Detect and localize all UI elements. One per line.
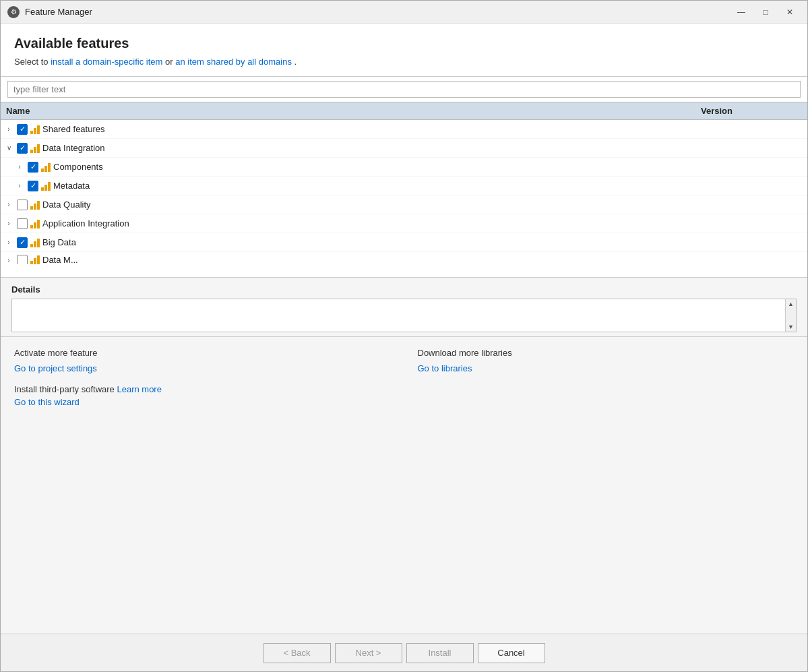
feature-icon	[41, 181, 51, 191]
checkbox[interactable]	[17, 200, 28, 210]
row-label: Application Integration	[42, 218, 805, 228]
checkbox[interactable]: ✓	[28, 162, 38, 173]
feature-icon	[30, 200, 40, 210]
row-label: Data Quality	[42, 200, 805, 210]
next-button[interactable]: Next >	[335, 643, 402, 663]
expand-icon: ∨	[3, 143, 14, 154]
tree-header: Name Version	[1, 102, 807, 120]
expand-icon: ›	[3, 124, 14, 135]
tree-row[interactable]: › ✓ Metadata	[1, 177, 807, 195]
expand-icon: ›	[14, 181, 25, 191]
tree-row[interactable]: › Data M...	[1, 252, 807, 264]
tree-row[interactable]: › ✓ Big Data	[1, 233, 807, 252]
page-subtitle: Select to install a domain-specific item…	[14, 57, 794, 67]
row-label: Big Data	[42, 237, 805, 247]
row-label: Data M...	[42, 255, 805, 264]
details-title: Details	[11, 284, 797, 295]
subtitle-link2[interactable]: an item shared by all domains	[175, 57, 292, 67]
feature-icon	[30, 255, 40, 264]
expand-icon: ›	[3, 255, 14, 264]
checkbox[interactable]: ✓	[17, 124, 28, 135]
feature-icon	[30, 219, 40, 228]
filter-input[interactable]	[7, 81, 801, 98]
subtitle-pre: Select to	[14, 57, 51, 67]
window-controls: — □ ✕	[731, 5, 801, 20]
details-section: Details ▲ ▼	[1, 278, 807, 337]
checkbox[interactable]	[17, 255, 28, 264]
details-scrollbar[interactable]: ▲ ▼	[785, 299, 796, 332]
expand-icon: ›	[14, 162, 25, 173]
install-label: Install third-party software Learn more	[14, 384, 391, 394]
feature-icon	[30, 125, 40, 134]
details-textarea[interactable]	[12, 299, 785, 332]
tree-header-version: Version	[701, 106, 802, 116]
scroll-down-icon[interactable]: ▼	[788, 324, 794, 330]
subtitle-post: .	[294, 57, 297, 67]
download-label: Download more libraries	[418, 348, 781, 358]
checkbox[interactable]: ✓	[17, 237, 28, 248]
expand-icon: ›	[3, 237, 14, 248]
header-section: Available features Select to install a d…	[1, 24, 807, 77]
row-label: Metadata	[53, 181, 805, 191]
filter-section	[1, 77, 807, 102]
row-label: Shared features	[42, 124, 805, 134]
bottom-bar: < Back Next > Install Cancel	[1, 634, 807, 671]
minimize-button[interactable]: —	[731, 5, 752, 20]
content-area: Available features Select to install a d…	[1, 24, 807, 634]
activate-label: Activate more feature	[14, 348, 391, 358]
install-pre: Install third-party software	[14, 384, 117, 394]
feature-icon	[41, 162, 51, 172]
go-to-project-settings-link[interactable]: Go to project settings	[14, 363, 391, 373]
window-title: Feature Manager	[25, 7, 731, 17]
row-label: Data Integration	[42, 143, 805, 153]
tree-row[interactable]: › Application Integration	[1, 214, 807, 233]
scroll-up-icon[interactable]: ▲	[788, 301, 794, 307]
main-window: ⚙ Feature Manager — □ ✕ Available featur…	[0, 0, 808, 672]
title-bar: ⚙ Feature Manager — □ ✕	[1, 1, 807, 24]
expand-icon: ›	[3, 218, 14, 229]
go-to-libraries-link[interactable]: Go to libraries	[418, 363, 781, 373]
subtitle-mid: or	[165, 57, 175, 67]
feature-icon	[30, 144, 40, 153]
tree-header-name: Name	[6, 106, 701, 116]
tree-row[interactable]: › ✓ Shared features	[1, 120, 807, 139]
go-to-wizard-link[interactable]: Go to this wizard	[14, 397, 391, 407]
maximize-button[interactable]: □	[755, 5, 776, 20]
tree-row[interactable]: › ✓ Components	[1, 158, 807, 177]
back-button[interactable]: < Back	[263, 643, 331, 663]
tree-body: › ✓ Shared features ∨ ✓	[1, 120, 807, 277]
links-grid: Activate more feature Go to project sett…	[14, 348, 794, 411]
tree-row[interactable]: ∨ ✓ Data Integration	[1, 139, 807, 158]
install-button[interactable]: Install	[406, 643, 474, 663]
expand-icon: ›	[3, 200, 14, 210]
tree-section: Name Version › ✓ Shared features	[1, 102, 807, 278]
checkbox[interactable]: ✓	[28, 181, 38, 191]
details-content: ▲ ▼	[11, 299, 797, 332]
feature-icon	[30, 238, 40, 247]
tree-row[interactable]: › Data Quality	[1, 195, 807, 214]
links-section: Activate more feature Go to project sett…	[1, 337, 807, 634]
links-column-right: Download more libraries Go to libraries	[404, 348, 795, 411]
cancel-button[interactable]: Cancel	[478, 643, 545, 663]
learn-more-link[interactable]: Learn more	[117, 384, 161, 394]
page-title: Available features	[14, 36, 794, 51]
subtitle-link1[interactable]: install a domain-specific item	[51, 57, 162, 67]
app-icon: ⚙	[7, 6, 20, 18]
close-button[interactable]: ✕	[779, 5, 801, 20]
checkbox[interactable]: ✓	[17, 143, 28, 154]
links-column-left: Activate more feature Go to project sett…	[14, 348, 404, 411]
row-label: Components	[53, 162, 805, 172]
checkbox[interactable]	[17, 218, 28, 229]
